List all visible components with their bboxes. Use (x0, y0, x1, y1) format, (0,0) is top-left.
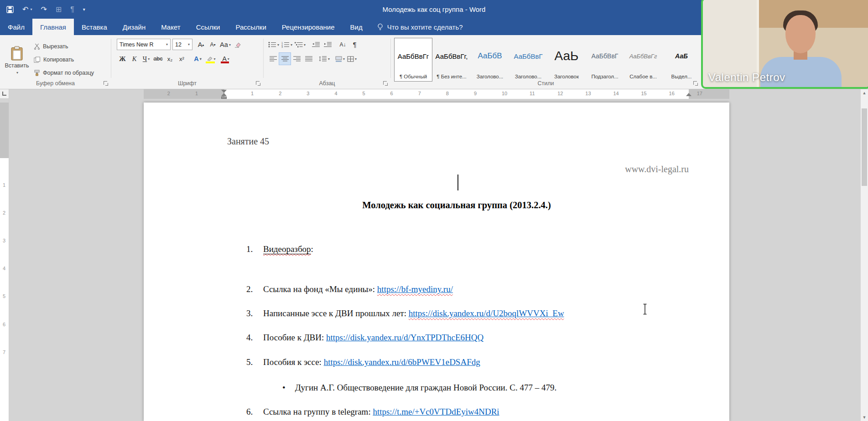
bullets-button[interactable]: ▾ (267, 39, 280, 51)
hyperlink-bf-myediny[interactable]: https://bf-myediny.ru/ (377, 284, 453, 294)
vertical-scrollbar[interactable]: ▲ ▼ (860, 89, 868, 421)
multilevel-list-icon (295, 41, 303, 48)
tab-file[interactable]: Файл (0, 19, 32, 35)
scrollbar-thumb[interactable] (862, 108, 867, 186)
tab-insert[interactable]: Вставка (74, 19, 115, 35)
hyperlink-yandex-essay-manual[interactable]: https://disk.yandex.ru/d/6bPWEV1eDSAFdg (324, 357, 480, 367)
style-subtle-emphasis[interactable]: АаБбВвГг Слабое в... (624, 38, 662, 81)
text-effects-button[interactable]: А▾ (192, 53, 203, 65)
horizontal-ruler[interactable]: 1231234567891011121314151617 (144, 89, 729, 99)
right-indent-marker[interactable] (686, 90, 691, 96)
webcam-overlay: Valentin Petrov (701, 0, 868, 89)
grow-font-button[interactable]: А▴ (195, 39, 207, 51)
tab-stop-icon (2, 92, 6, 96)
list-number: 1. (246, 244, 263, 254)
outdent-icon (312, 41, 320, 48)
clipboard-dialog-launcher[interactable] (104, 81, 109, 86)
style-no-spacing[interactable]: АаБбВвГг, ¶ Без инте... (433, 38, 470, 81)
bullet-list-icon (268, 41, 276, 48)
numbering-button[interactable]: 123▾ (281, 39, 293, 51)
subscript-button[interactable]: х₂ (164, 53, 176, 65)
style-heading1[interactable]: АаБбВ Заголово... (471, 38, 509, 81)
hanging-indent-marker[interactable] (221, 90, 227, 96)
copy-icon (34, 56, 41, 63)
tab-view[interactable]: Вид (343, 19, 370, 35)
hyperlink-telegram[interactable]: https://t.me/+Vc0VTDdEyiw4NDRi (373, 407, 499, 416)
bold-button[interactable]: Ж (117, 53, 128, 65)
show-marks-button[interactable]: ¶ (349, 39, 360, 51)
justify-icon (305, 56, 312, 62)
align-right-icon (293, 56, 301, 62)
document-page[interactable]: Занятие 45 www.dvi-legal.ru Молодежь как… (144, 103, 729, 421)
style-normal[interactable]: АаБбВвГг ¶ Обычный (395, 38, 432, 81)
styles-group: АаБбВвГг ¶ Обычный АаБбВвГг, ¶ Без инте.… (391, 35, 701, 89)
underline-button[interactable]: Ч▾ (140, 53, 152, 65)
highlight-color-swatch (206, 62, 215, 63)
list-number: 5. (246, 357, 263, 367)
scroll-down-arrow[interactable]: ▼ (861, 414, 868, 421)
lightbulb-icon (377, 23, 384, 31)
paragraph-group-label: Абзац (264, 80, 390, 87)
webcam-person-face (785, 15, 816, 53)
hyperlink-yandex-manual[interactable]: https://disk.yandex.ru/d/YnxTPDThcE6HQQ (326, 333, 483, 342)
shading-button[interactable]: ▾ (334, 53, 346, 65)
decrease-indent-button[interactable] (310, 39, 322, 51)
site-url-text: www.dvi-legal.ru (506, 164, 689, 175)
font-dialog-launcher[interactable] (256, 81, 261, 86)
line-spacing-button[interactable]: ▾ (318, 53, 331, 65)
bullet-marker: • (282, 383, 286, 392)
tab-selector-box[interactable] (0, 89, 9, 99)
format-painter-button[interactable]: Формат по образцу (32, 67, 96, 78)
highlight-color-button[interactable]: ▾ (204, 53, 218, 65)
clear-formatting-button[interactable] (232, 39, 244, 51)
shrink-font-button[interactable]: А▾ (207, 39, 218, 51)
tab-references[interactable]: Ссылки (188, 19, 228, 35)
style-emphasis[interactable]: АаБ Выдел... (663, 38, 700, 81)
text-caret (457, 175, 458, 190)
increase-indent-button[interactable] (322, 39, 333, 51)
tab-home[interactable]: Главная (32, 19, 74, 35)
strikethrough-button[interactable]: abc (152, 53, 164, 65)
borders-button[interactable]: ▾ (346, 53, 358, 65)
change-case-button[interactable]: Аа▾ (219, 39, 232, 51)
tell-me-box[interactable]: Что вы хотите сделать? (370, 19, 469, 35)
tab-layout[interactable]: Макет (153, 19, 188, 35)
styles-dialog-launcher[interactable] (693, 81, 698, 86)
list-text: Пособие к ДВИ: (263, 333, 326, 342)
copy-button[interactable]: Копировать (32, 54, 76, 65)
clipboard-group: Вставить ▾ Вырезать Копировать Формат по… (0, 35, 111, 89)
hyperlink-yandex-essays[interactable]: https://disk.yandex.ru/d/U2boqlWVVXi_Ew (409, 308, 564, 318)
style-title[interactable]: АаЬ Заголовок (548, 38, 585, 81)
list-text: Написанные эссе к ДВИ прошлых лет: (263, 308, 409, 318)
paragraph-dialog-launcher[interactable] (383, 81, 388, 86)
paste-button[interactable]: Вставить ▾ (4, 39, 30, 82)
superscript-button[interactable]: х² (176, 53, 187, 65)
borders-icon (347, 56, 354, 62)
scissors-icon (34, 43, 40, 50)
vertical-ruler[interactable]: 1234567 (0, 99, 9, 421)
tab-review[interactable]: Рецензирование (274, 19, 343, 35)
cut-button[interactable]: Вырезать (32, 41, 70, 52)
list-item-4: 4.Пособие к ДВИ: https://disk.yandex.ru/… (246, 333, 483, 343)
align-right-button[interactable] (291, 53, 302, 65)
align-center-button[interactable] (279, 53, 291, 65)
left-indent-marker[interactable] (221, 97, 227, 99)
list-number: 3. (246, 308, 263, 318)
highlighter-icon (207, 56, 213, 61)
font-family-combo[interactable]: Times New R▾ (117, 39, 171, 50)
style-heading2[interactable]: АаБбВвГ Заголово... (509, 38, 547, 81)
italic-button[interactable]: К (129, 53, 140, 65)
style-subtitle[interactable]: АаБбВвГ Подзагол... (586, 38, 624, 81)
font-color-swatch (221, 62, 229, 63)
font-color-button[interactable]: А ▾ (219, 53, 233, 65)
align-center-icon (281, 56, 289, 62)
align-left-button[interactable] (267, 53, 279, 65)
tab-design[interactable]: Дизайн (115, 19, 153, 35)
sort-button[interactable]: А↓ (337, 39, 348, 51)
clipboard-icon (11, 46, 23, 61)
justify-button[interactable] (303, 53, 314, 65)
scroll-up-arrow[interactable]: ▲ (861, 89, 868, 97)
tab-mailings[interactable]: Рассылки (228, 19, 274, 35)
multilevel-list-button[interactable]: ▾ (294, 39, 307, 51)
font-size-combo[interactable]: 12▾ (172, 39, 192, 50)
